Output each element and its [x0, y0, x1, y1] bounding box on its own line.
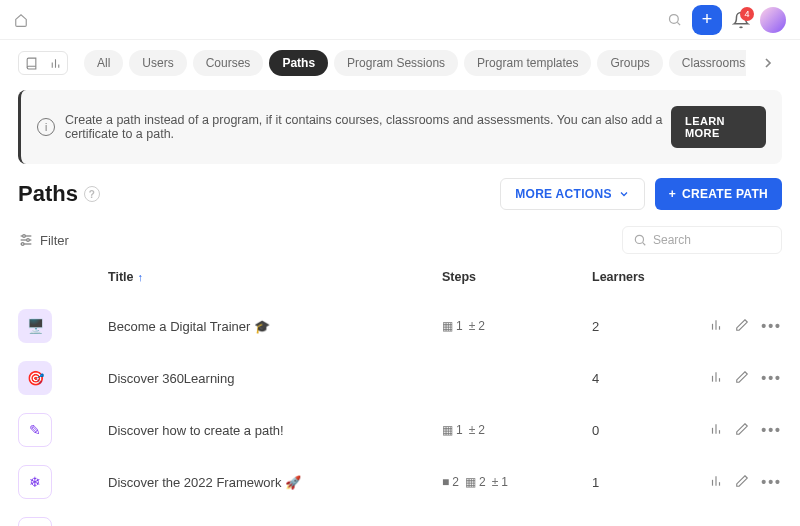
stats-icon[interactable]: [709, 318, 723, 334]
filter-icon: [18, 232, 34, 248]
svg-point-10: [21, 243, 24, 246]
more-actions-label: MORE ACTIONS: [515, 187, 612, 201]
plus-icon: +: [669, 187, 676, 201]
stats-icon[interactable]: [43, 52, 67, 74]
path-learners: 2: [592, 319, 692, 334]
path-learners: 0: [592, 423, 692, 438]
tab-groups[interactable]: Groups: [597, 50, 662, 76]
path-icon: 🖥️: [18, 309, 52, 343]
path-steps: ■2▦2±1: [442, 475, 592, 489]
search-icon: [633, 233, 647, 247]
path-steps: ▦1±2: [442, 423, 592, 437]
view-toggle[interactable]: [18, 51, 68, 75]
more-icon[interactable]: •••: [761, 370, 782, 386]
tab-users[interactable]: Users: [129, 50, 186, 76]
table-row[interactable]: ▾Discover the 70-20-10 learning framewor…: [0, 508, 800, 526]
column-learners[interactable]: Learners: [592, 270, 692, 284]
filter-button[interactable]: Filter: [18, 232, 69, 248]
tab-courses[interactable]: Courses: [193, 50, 264, 76]
filter-label: Filter: [40, 233, 69, 248]
path-icon: 🎯: [18, 361, 52, 395]
svg-line-1: [677, 22, 680, 25]
path-icon: ✎: [18, 413, 52, 447]
more-icon[interactable]: •••: [761, 318, 782, 334]
page-header: Paths ? MORE ACTIONS + CREATE PATH: [0, 178, 800, 222]
path-title: Discover the 2022 Framework 🚀: [108, 475, 442, 490]
info-banner: i Create a path instead of a program, if…: [18, 90, 782, 164]
column-title[interactable]: Title ↑: [108, 270, 442, 284]
notifications-button[interactable]: 4: [732, 11, 750, 29]
search-input[interactable]: [653, 233, 771, 247]
page-title: Paths: [18, 181, 78, 207]
path-icon: ❄: [18, 465, 52, 499]
search-icon[interactable]: [667, 12, 682, 27]
info-icon: i: [37, 118, 55, 136]
path-title: Discover how to create a path!: [108, 423, 442, 438]
top-bar: + 4: [0, 0, 800, 40]
paths-table: Title ↑ Steps Learners 🖥️Become a Digita…: [0, 264, 800, 526]
path-learners: 4: [592, 371, 692, 386]
edit-icon[interactable]: [735, 474, 749, 490]
create-path-label: CREATE PATH: [682, 187, 768, 201]
avatar[interactable]: [760, 7, 786, 33]
edit-icon[interactable]: [735, 422, 749, 438]
sort-arrow-icon: ↑: [137, 271, 143, 283]
tab-program-sessions[interactable]: Program Sessions: [334, 50, 458, 76]
tab-classrooms[interactable]: Classrooms: [669, 50, 746, 76]
edit-icon[interactable]: [735, 370, 749, 386]
controls-row: Filter: [0, 222, 800, 264]
notification-count: 4: [740, 7, 754, 21]
tab-program-templates[interactable]: Program templates: [464, 50, 591, 76]
path-icon: ▾: [18, 517, 52, 526]
svg-point-6: [23, 235, 26, 238]
svg-line-12: [643, 243, 646, 246]
table-row[interactable]: 🎯Discover 360Learning4•••: [0, 352, 800, 404]
table-header: Title ↑ Steps Learners: [0, 264, 800, 300]
stats-icon[interactable]: [709, 422, 723, 438]
path-title: Discover 360Learning: [108, 371, 442, 386]
book-icon[interactable]: [19, 52, 43, 74]
column-steps[interactable]: Steps: [442, 270, 592, 284]
help-icon[interactable]: ?: [84, 186, 100, 202]
home-icon[interactable]: [14, 13, 28, 27]
learn-more-button[interactable]: LEARN MORE: [671, 106, 766, 148]
svg-point-8: [27, 239, 30, 242]
scroll-right-icon[interactable]: [754, 51, 782, 75]
table-row[interactable]: ❄Discover the 2022 Framework 🚀■2▦2±11•••: [0, 456, 800, 508]
create-path-button[interactable]: + CREATE PATH: [655, 178, 782, 210]
svg-point-11: [635, 235, 643, 243]
more-actions-button[interactable]: MORE ACTIONS: [500, 178, 645, 210]
path-title: Become a Digital Trainer 🎓: [108, 319, 442, 334]
stats-icon[interactable]: [709, 474, 723, 490]
search-box[interactable]: [622, 226, 782, 254]
create-button[interactable]: +: [692, 5, 722, 35]
chevron-down-icon: [618, 188, 630, 200]
path-steps: ▦1±2: [442, 319, 592, 333]
banner-text: Create a path instead of a program, if i…: [65, 113, 671, 141]
tab-all[interactable]: All: [84, 50, 123, 76]
stats-icon[interactable]: [709, 370, 723, 386]
path-learners: 1: [592, 475, 692, 490]
edit-icon[interactable]: [735, 318, 749, 334]
more-icon[interactable]: •••: [761, 422, 782, 438]
tab-paths[interactable]: Paths: [269, 50, 328, 76]
nav-bar: AllUsersCoursesPathsProgram SessionsProg…: [0, 40, 800, 90]
svg-point-0: [670, 15, 679, 24]
table-row[interactable]: ✎Discover how to create a path!▦1±20•••: [0, 404, 800, 456]
table-row[interactable]: 🖥️Become a Digital Trainer 🎓▦1±22•••: [0, 300, 800, 352]
more-icon[interactable]: •••: [761, 474, 782, 490]
